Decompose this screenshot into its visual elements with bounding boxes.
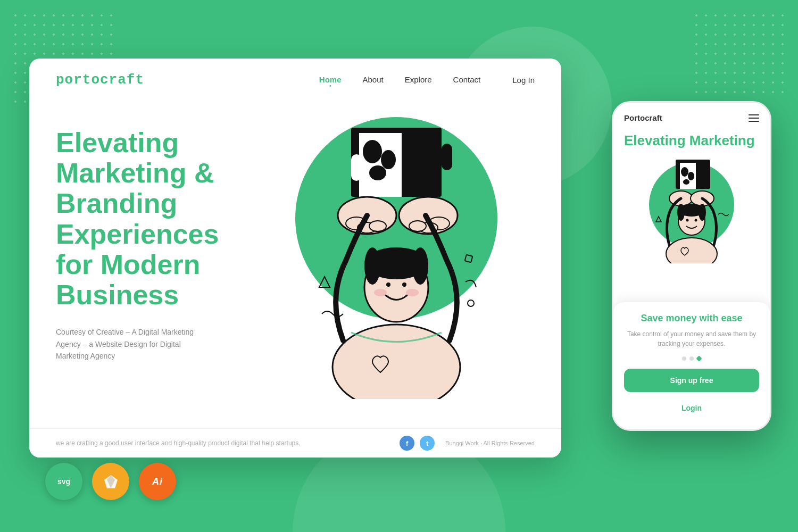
dot-1 — [682, 356, 686, 361]
svg-point-30 — [688, 172, 694, 180]
hero-text: Elevating Marketing & Branding Experienc… — [56, 112, 258, 410]
svg-rect-6 — [351, 154, 362, 181]
svg-point-14 — [409, 221, 426, 231]
desktop-mockup: portocraft Home About Explore Contact Lo… — [29, 59, 561, 458]
desktop-footer: we are crafting a good user interface an… — [29, 428, 561, 458]
svg-point-37 — [699, 204, 706, 221]
hero-svg-illustration — [274, 112, 519, 399]
svg-point-3 — [381, 150, 396, 169]
footer-social: f t — [400, 436, 435, 451]
hero-title: Elevating Marketing & Branding Experienc… — [56, 128, 258, 310]
nav-item-about[interactable]: About — [363, 75, 384, 85]
hero-subtitle: Courtesy of Creative – A Digital Marketi… — [56, 326, 215, 362]
svg-point-23 — [332, 325, 460, 399]
nav-item-contact[interactable]: Contact — [453, 75, 481, 85]
svg-badge: svg — [45, 463, 82, 500]
svg-marker-41 — [656, 217, 661, 222]
footer-copyright: Bunggi Work · All Rights Reserved — [445, 440, 535, 446]
sketch-badge — [92, 463, 129, 500]
svg-point-2 — [363, 140, 382, 163]
svg-point-21 — [374, 289, 387, 296]
dot-active — [696, 355, 702, 361]
mobile-card: Save money with ease Take control of you… — [613, 302, 770, 429]
svg-point-40 — [666, 238, 717, 263]
mobile-logo: Portocraft — [624, 113, 662, 122]
svg-point-18 — [412, 247, 428, 285]
svg-point-29 — [681, 167, 688, 177]
signup-button[interactable]: Sign up free — [624, 369, 759, 392]
dot-2 — [689, 356, 694, 361]
mobile-mockup: Portocraft Elevating Marketing — [612, 101, 771, 431]
mobile-illustration-svg — [638, 157, 745, 263]
sketch-icon — [102, 472, 120, 491]
svg-point-20 — [402, 282, 406, 287]
mobile-inner: Portocraft Elevating Marketing — [613, 103, 770, 429]
mobile-card-title: Save money with ease — [624, 313, 759, 324]
twitter-icon[interactable]: t — [420, 436, 435, 451]
svg-point-19 — [386, 282, 390, 287]
svg-point-36 — [677, 204, 685, 221]
facebook-icon[interactable]: f — [400, 436, 414, 451]
svg-rect-25 — [465, 255, 473, 263]
svg-point-39 — [695, 219, 697, 221]
svg-point-4 — [369, 165, 386, 180]
svg-point-17 — [364, 247, 380, 285]
nav-item-home[interactable]: Home — [319, 75, 342, 85]
desktop-nav: portocraft Home About Explore Contact Lo… — [29, 59, 561, 101]
svg-point-26 — [468, 300, 474, 306]
hero-section: Elevating Marketing & Branding Experienc… — [29, 101, 561, 410]
svg-point-31 — [683, 179, 689, 185]
dots-topright — [692, 11, 787, 96]
mobile-nav: Portocraft — [613, 103, 770, 128]
svg-rect-5 — [442, 144, 452, 170]
mobile-card-text: Take control of your money and save them… — [624, 329, 759, 348]
svg-marker-24 — [319, 277, 330, 287]
format-badges: svg Ai — [45, 463, 176, 500]
hamburger-icon[interactable] — [749, 114, 759, 122]
login-button[interactable]: Login — [624, 397, 759, 419]
svg-point-10 — [369, 221, 386, 231]
mobile-illustration-area — [624, 157, 759, 263]
mobile-dots — [624, 356, 759, 361]
mobile-hero: Elevating Marketing — [613, 128, 770, 302]
mobile-hero-title: Elevating Marketing — [624, 133, 759, 149]
svg-rect-1 — [359, 133, 402, 197]
svg-point-38 — [686, 219, 689, 221]
footer-text: we are crafting a good user interface an… — [56, 439, 400, 447]
svg-point-22 — [406, 289, 419, 296]
desktop-logo: portocraft — [56, 72, 144, 88]
login-link[interactable]: Log In — [512, 76, 535, 85]
desktop-nav-links: Home About Explore Contact — [319, 75, 480, 85]
ai-badge: Ai — [139, 463, 176, 500]
nav-item-explore[interactable]: Explore — [405, 75, 432, 85]
hero-illustration — [258, 112, 535, 410]
